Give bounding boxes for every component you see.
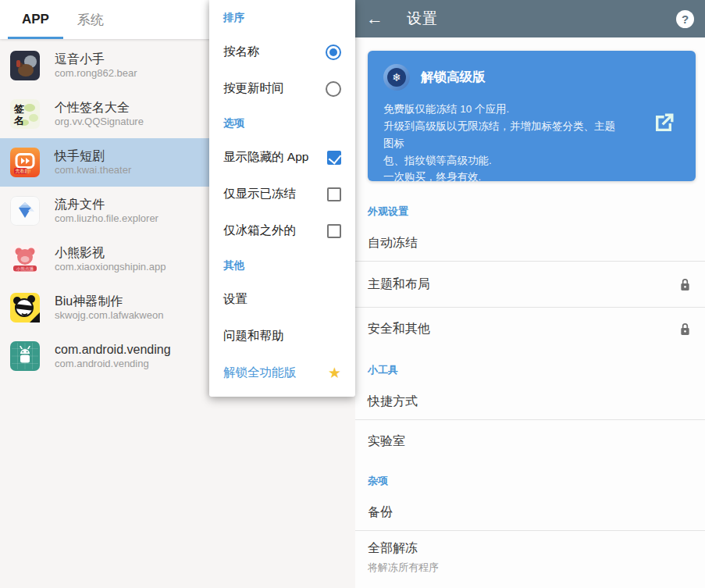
app-package: com.xiaoxiongshipin.app xyxy=(55,262,166,273)
pink-bear-app-icon: 小熊点播 xyxy=(10,244,40,274)
open-in-new-icon[interactable] xyxy=(652,112,675,135)
row-sublabel: 将解冻所有程序 xyxy=(368,561,693,575)
radio-unselected-icon[interactable] xyxy=(326,81,341,97)
unlock-premium-card[interactable]: ❄ 解锁高级版 免费版仅能冻结 10 个应用. 升级到高级版以无限冻结，并增加标… xyxy=(368,51,696,181)
svg-text:先看剧!: 先看剧! xyxy=(16,168,31,174)
bear-app-icon xyxy=(10,51,40,80)
row-label: 备份 xyxy=(368,504,393,521)
menu-item-label: 显示隐藏的 App xyxy=(223,149,327,166)
menu-item-only-outside[interactable]: 仅冰箱之外的 xyxy=(209,212,355,249)
tab-system-label: 系统 xyxy=(77,11,104,29)
promo-description: 免费版仅能冻结 10 个应用. 升级到高级版以无限冻结，并增加标签分类、主题图标… xyxy=(383,101,625,186)
row-label: 全部解冻 xyxy=(368,540,693,557)
app-package: com.android.vending xyxy=(55,358,171,369)
section-appearance: 外观设置 xyxy=(355,181,705,225)
row-security-other[interactable]: 安全和其他 xyxy=(355,308,705,350)
menu-item-sort-by-update[interactable]: 按更新时间 xyxy=(209,70,355,107)
row-theme-layout[interactable]: 主题和布局 xyxy=(355,262,705,307)
svg-text:名: 名 xyxy=(13,115,24,127)
menu-item-label: 解锁全功能版 xyxy=(223,365,323,381)
app-name: 个性签名大全 xyxy=(55,101,144,115)
menu-item-only-frozen[interactable]: 仅显示已冻结 xyxy=(209,176,355,212)
row-unfreeze-all[interactable]: 全部解冻 将解冻所有程序 xyxy=(355,531,705,588)
section-widgets: 小工具 xyxy=(355,350,705,383)
app-package: org.vv.QQSignature xyxy=(55,116,144,127)
menu-item-show-hidden[interactable]: 显示隐藏的 App xyxy=(209,139,355,176)
tab-system[interactable]: 系统 xyxy=(63,0,118,39)
panda-app-icon xyxy=(10,293,40,323)
menu-item-help[interactable]: 问题和帮助 xyxy=(209,318,355,355)
freezer-app-logo-icon: ❄ xyxy=(383,64,410,91)
file-explorer-app-icon xyxy=(10,196,40,226)
lock-icon xyxy=(679,322,691,337)
promo-line: 免费版仅能冻结 10 个应用. xyxy=(383,101,625,118)
promo-title: 解锁高级版 xyxy=(421,69,486,86)
row-label: 实验室 xyxy=(368,433,405,450)
row-label: 安全和其他 xyxy=(368,321,430,337)
app-package: com.liuzho.file.explorer xyxy=(55,213,158,224)
radio-selected-icon[interactable] xyxy=(326,45,341,60)
overflow-menu: 排序 按名称 按更新时间 选项 显示隐藏的 App 仅显示已冻结 仅冰箱之外的 … xyxy=(209,0,355,397)
row-auto-freeze[interactable]: 自动冻结 xyxy=(355,225,705,261)
menu-other-header: 其他 xyxy=(209,249,355,281)
row-label: 主题和布局 xyxy=(368,276,430,293)
menu-sort-header: 排序 xyxy=(209,2,355,34)
app-name: 小熊影视 xyxy=(55,246,166,260)
checkbox-unchecked-icon[interactable] xyxy=(327,224,341,238)
promo-line: 包、指纹锁等高级功能. xyxy=(383,152,625,169)
promo-line: 一次购买，终身有效. xyxy=(383,169,625,186)
menu-item-label: 设置 xyxy=(223,291,341,308)
app-name: 流舟文件 xyxy=(55,198,158,212)
settings-title: 设置 xyxy=(407,9,438,29)
lock-icon xyxy=(679,277,691,292)
menu-item-label: 问题和帮助 xyxy=(223,328,341,344)
settings-panel: ← 设置 ? ❄ 解锁高级版 免费版仅能冻结 10 个应用. 升级到高级版以无限… xyxy=(355,0,705,588)
row-shortcuts[interactable]: 快捷方式 xyxy=(355,383,705,419)
menu-item-label: 按名称 xyxy=(223,44,326,60)
snowflake-icon: ❄ xyxy=(387,68,406,87)
tab-app[interactable]: APP xyxy=(8,0,63,39)
menu-item-label: 仅冰箱之外的 xyxy=(223,223,327,239)
menu-item-unlock-full[interactable]: 解锁全功能版 ★ xyxy=(209,355,355,391)
row-label: 自动冻结 xyxy=(368,235,418,251)
app-package: com.kwai.theater xyxy=(55,165,131,176)
checkbox-checked-icon[interactable] xyxy=(327,151,341,165)
app-name: 逗音小手 xyxy=(55,52,137,66)
app-name: 快手短剧 xyxy=(55,149,131,163)
row-backup[interactable]: 备份 xyxy=(355,494,705,530)
row-label: 快捷方式 xyxy=(368,394,418,410)
promo-line: 升级到高级版以无限冻结，并增加标签分类、主题图标 xyxy=(383,118,625,152)
menu-options-header: 选项 xyxy=(209,107,355,139)
star-icon: ★ xyxy=(328,364,341,382)
svg-text:签: 签 xyxy=(13,103,24,115)
svg-text:小熊点播: 小熊点播 xyxy=(16,266,34,272)
app-package: com.rong862.bear xyxy=(55,68,137,79)
settings-toolbar: ← 设置 ? xyxy=(355,0,705,37)
freezer-app-screen: APP 系统 逗音小手 com.rong862.bear xyxy=(0,0,705,588)
app-package: skwojg.com.lafwakweon xyxy=(55,310,163,321)
back-arrow-icon[interactable]: ← xyxy=(366,10,390,27)
section-misc: 杂项 xyxy=(355,462,705,494)
app-name: com.android.vending xyxy=(55,343,171,357)
theater-app-icon: 先看剧! xyxy=(10,148,40,177)
menu-item-settings[interactable]: 设置 xyxy=(209,281,355,318)
checkbox-unchecked-icon[interactable] xyxy=(327,187,341,201)
menu-item-label: 仅显示已冻结 xyxy=(223,186,327,202)
help-icon[interactable]: ? xyxy=(676,10,694,28)
menu-item-sort-by-name[interactable]: 按名称 xyxy=(209,34,355,70)
app-name: Biu神器制作 xyxy=(55,294,163,308)
menu-item-label: 按更新时间 xyxy=(223,80,326,97)
android-robot-app-icon xyxy=(10,341,40,371)
tab-app-label: APP xyxy=(22,12,49,27)
signature-app-icon: 签 名 xyxy=(10,99,40,129)
row-laboratory[interactable]: 实验室 xyxy=(355,420,705,462)
